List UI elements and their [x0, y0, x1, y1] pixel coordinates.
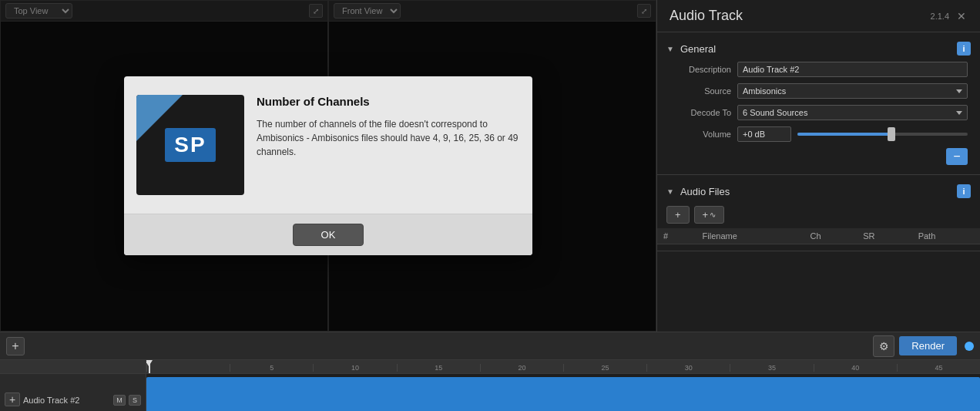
volume-container: +0 dB	[737, 126, 968, 142]
decode-to-label: Decode To	[670, 108, 731, 117]
description-label: Description	[670, 65, 731, 74]
col-header-path: Path	[912, 228, 980, 244]
timeline-track-labels: + Audio Track #2 M S	[0, 360, 146, 411]
render-status-dot	[965, 342, 974, 351]
timeline-add-button[interactable]: +	[6, 337, 25, 355]
volume-value: +0 dB	[737, 126, 791, 142]
timeline-content: + Audio Track #2 M S 5 10 15 20 25 30 35…	[0, 360, 980, 411]
general-section-arrow: ▼	[666, 45, 674, 53]
track-label-row: + Audio Track #2 M S	[0, 374, 146, 411]
col-header-sr: SR	[857, 228, 911, 244]
track-name-label: Audio Track #2	[23, 396, 110, 405]
general-section-title: General	[680, 43, 716, 55]
ruler-mark-40: 40	[814, 364, 897, 372]
dialog-icon-triangle-decoration	[136, 95, 183, 141]
volume-label: Volume	[670, 130, 731, 139]
audio-files-section-header[interactable]: ▼ Audio Files i	[657, 181, 980, 201]
panel-header: Audio Track 2.1.4 ✕	[657, 0, 980, 32]
col-header-number: #	[657, 228, 696, 244]
ruler-mark-30: 30	[646, 364, 730, 372]
volume-row: Volume +0 dB	[657, 123, 980, 145]
playhead-triangle	[146, 360, 153, 366]
ruler-mark-45: 45	[897, 364, 980, 372]
dialog-message: The number of channels of the file doesn…	[257, 117, 520, 159]
track-solo-button[interactable]: S	[129, 395, 141, 406]
audio-files-section-title: Audio Files	[680, 186, 730, 197]
ruler-mark-35: 35	[730, 364, 813, 372]
decode-to-row: Decode To 6 Sound Sources 8 Sound Source…	[657, 102, 980, 123]
ruler-mark-15: 15	[397, 364, 480, 372]
col-header-ch: Ch	[804, 228, 858, 244]
panel-version: 2.1.4	[931, 12, 949, 21]
timeline-area: + ⚙ Render + Audio Track #2 M S 5 10 15	[0, 332, 980, 411]
ruler-mark-5: 5	[230, 364, 313, 372]
decode-to-select[interactable]: 6 Sound Sources 8 Sound Sources 16 Sound…	[737, 105, 968, 120]
timeline-track-clip-area[interactable]	[146, 374, 980, 411]
timeline-toolbar: + ⚙ Render	[0, 332, 980, 360]
ruler-mark-20: 20	[480, 364, 563, 372]
dialog-overlay: SP Number of Channels The number of chan…	[0, 0, 656, 332]
panel-title: Audio Track	[670, 8, 931, 24]
panel-close-button[interactable]: ✕	[955, 10, 968, 22]
right-panel: Audio Track 2.1.4 ✕ ▼ General i Descript…	[656, 0, 980, 332]
timeline-gear-button[interactable]: ⚙	[873, 335, 894, 357]
source-select[interactable]: Ambisonics Stereo Mono	[737, 83, 968, 99]
col-header-filename: Filename	[696, 228, 804, 244]
description-row: Description	[657, 59, 980, 80]
add-audio-file-button[interactable]: +	[666, 206, 690, 224]
audio-files-section: ▼ Audio Files i + +∿ # Filename Ch SR Pa…	[657, 175, 980, 251]
volume-slider-track[interactable]	[797, 133, 968, 136]
track-add-button[interactable]: +	[5, 392, 20, 406]
audio-files-section-arrow: ▼	[666, 187, 674, 196]
ruler-mark-25: 25	[563, 364, 646, 372]
audio-files-toolbar: + +∿	[657, 201, 980, 228]
render-button[interactable]: Render	[899, 336, 957, 355]
source-row: Source Ambisonics Stereo Mono	[657, 80, 980, 102]
general-section-header[interactable]: ▼ General i	[657, 39, 980, 59]
timeline-ruler: 5 10 15 20 25 30 35 40 45	[146, 360, 980, 374]
audio-clip[interactable]	[146, 377, 980, 411]
general-section: ▼ General i Description Source Ambisonic…	[657, 32, 980, 175]
general-info-button[interactable]: i	[957, 42, 971, 56]
description-input[interactable]	[737, 62, 968, 77]
dialog-icon: SP	[136, 95, 244, 195]
timeline-ruler-area: 5 10 15 20 25 30 35 40 45	[146, 360, 980, 411]
playhead[interactable]	[149, 360, 150, 373]
general-button-row: −	[657, 145, 980, 168]
dialog-footer: OK	[124, 214, 532, 255]
audio-files-info-button[interactable]: i	[957, 184, 971, 198]
track-ruler-spacer	[0, 360, 146, 374]
ruler-marks: 5 10 15 20 25 30 35 40 45	[146, 364, 980, 372]
minus-button[interactable]: −	[946, 148, 968, 165]
ruler-mark-10: 10	[313, 364, 396, 372]
dialog-text-area: Number of Channels The number of channel…	[257, 83, 532, 207]
track-mute-button[interactable]: M	[113, 395, 126, 406]
volume-slider-thumb[interactable]	[888, 127, 895, 141]
number-of-channels-dialog: SP Number of Channels The number of chan…	[124, 76, 532, 255]
source-label: Source	[670, 86, 731, 96]
volume-slider-fill	[797, 133, 891, 136]
audio-files-table: # Filename Ch SR Path	[657, 228, 980, 244]
dialog-title: Number of Channels	[257, 95, 520, 108]
ruler-mark-0	[146, 364, 230, 372]
add-wav-file-button[interactable]: +∿	[694, 206, 725, 224]
dialog-ok-button[interactable]: OK	[293, 224, 364, 246]
